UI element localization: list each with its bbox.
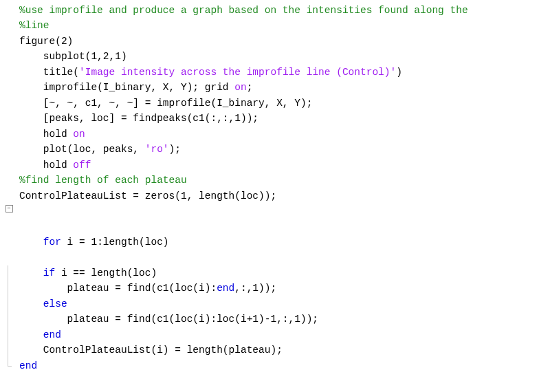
fold-line-icon — [8, 342, 8, 358]
code-line: %use improfile and produce a graph based… — [0, 3, 550, 18]
code-text: subplot — [19, 51, 85, 62]
string-text: off — [73, 160, 91, 171]
code-text: (loc, peaks, — [67, 144, 145, 155]
code-text — [229, 82, 235, 93]
fold-line-icon — [8, 265, 8, 281]
code-text: i = 1:length(loc) — [61, 237, 169, 248]
keyword-text: end — [217, 283, 234, 294]
string-text: on — [73, 129, 85, 140]
code-text: figure — [19, 36, 55, 47]
code-line: if i == length(loc) — [0, 265, 550, 281]
code-text: ( — [73, 67, 79, 78]
code-text: title — [19, 67, 73, 78]
code-line: plot(loc, peaks, 'ro'); — [0, 142, 550, 157]
code-line: [~, ~, c1, ~, ~] = improfile(I_binary, X… — [0, 96, 550, 111]
comment-text: %find length of each plateau — [19, 175, 187, 186]
code-line: %find length of each plateau — [0, 173, 550, 188]
code-text: (1,2,1) — [85, 51, 127, 62]
code-text: plot — [19, 144, 67, 155]
code-text: ,:,1)); — [234, 283, 276, 294]
code-line: ControlPlateauList(i) = length(plateau); — [0, 342, 550, 358]
code-line: subplot(1,2,1) — [0, 49, 550, 64]
code-line: title('Image intensity across the improf… — [0, 65, 550, 80]
code-line: hold off — [0, 157, 550, 173]
code-text: hold — [19, 129, 67, 140]
code-text: grid — [205, 82, 229, 93]
code-line: %line — [0, 18, 550, 33]
comment-text: %use improfile and produce a graph based… — [19, 5, 468, 16]
fold-line-icon — [8, 327, 8, 342]
string-text: on — [234, 82, 246, 93]
code-text: ControlPlateauList(i) = length(plateau); — [19, 345, 283, 356]
code-line: figure(2) — [0, 34, 550, 49]
code-text: ; — [247, 82, 253, 93]
fold-line-icon — [8, 312, 8, 327]
keyword-text: end — [19, 329, 61, 340]
code-text: plateau = find(c1(loc(i):loc(i+1)-1,:,1)… — [19, 314, 318, 325]
keyword-text: for — [43, 237, 61, 248]
code-line: ControlPlateauList = zeros(1, length(loc… — [0, 188, 550, 204]
code-line: − for i = 1:length(loc) — [0, 204, 550, 265]
code-line: else — [0, 296, 550, 312]
code-line: plateau = find(c1(loc(i):end,:,1)); — [0, 281, 550, 296]
code-text: ); — [169, 144, 181, 155]
code-editor[interactable]: %use improfile and produce a graph based… — [0, 0, 550, 392]
fold-line-icon — [8, 281, 8, 296]
code-line: end — [0, 358, 550, 373]
comment-text: %line — [19, 20, 50, 31]
code-line: end — [0, 327, 550, 342]
fold-gutter[interactable]: − — [4, 204, 14, 213]
code-text: (I_binary, X, Y); — [97, 82, 205, 93]
code-line: plateau = find(c1(loc(i):loc(i+1)-1,:,1)… — [0, 312, 550, 327]
code-text: improfile — [19, 82, 97, 93]
code-text: i == length(loc) — [55, 268, 157, 279]
code-text: ) — [396, 67, 402, 78]
keyword-text: if — [19, 268, 55, 279]
fold-minus-icon: − — [6, 205, 13, 213]
code-line: [peaks, loc] = findpeaks(c1(:,:,1)); — [0, 111, 550, 126]
code-line: hold on — [0, 127, 550, 142]
keyword-text: else — [19, 298, 67, 309]
string-text: 'Image intensity across the improfile li… — [79, 67, 396, 78]
code-text: hold — [19, 160, 67, 171]
keyword-text: end — [19, 360, 37, 371]
code-text: ControlPlateauList = zeros(1, length(loc… — [19, 190, 276, 202]
code-text: [peaks, loc] = findpeaks(c1(:,:,1)); — [19, 113, 258, 124]
fold-end-icon — [8, 358, 8, 366]
code-line: improfile(I_binary, X, Y); grid on; — [0, 80, 550, 95]
code-text: (2) — [55, 36, 73, 47]
fold-line-icon — [8, 296, 8, 312]
string-text: 'ro' — [145, 144, 169, 155]
code-text: plateau = find(c1(loc(i): — [19, 283, 217, 294]
code-text: [~, ~, c1, ~, ~] = improfile(I_binary, X… — [19, 98, 312, 109]
